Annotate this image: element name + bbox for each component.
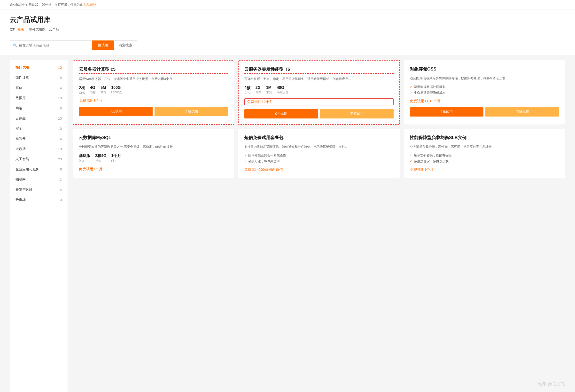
sidebar-item-9[interactable]: 人工智能 20 <box>10 154 68 164</box>
sidebar-item-count-0: 10 <box>58 66 62 70</box>
product-card-card6: 性能保障型负载均衡SLB实例 业务流量负载分担，高性能，高可用，从容应对高并发场… <box>404 129 565 178</box>
sidebar-item-count-11: 1 <box>60 178 62 181</box>
sidebar-item-5[interactable]: 云原生 10 <box>10 113 68 123</box>
sidebar-item-0[interactable]: 热门试用 10 <box>10 63 68 73</box>
trial-text-5: 免费试用1个月 <box>410 167 559 172</box>
card-title-1: 云服务器突发性能型 T6 <box>244 66 393 74</box>
sidebar-item-label-11: 物联网 <box>16 177 26 182</box>
search-bar: 🔍 搜试用 清空搜索 <box>0 37 575 55</box>
sidebar-item-label-3: 数据库 <box>16 96 26 100</box>
btn-learn-1[interactable]: 了解试用 <box>320 109 394 119</box>
spec-value-0-3: 100G <box>111 86 121 90</box>
card-title-4: 短信免费试用套餐包 <box>244 135 394 142</box>
product-area: 云服务器计算型 c5 适用Web服务器、广告、游戏等企业通用业务场景，免费试用3… <box>68 55 565 392</box>
check-icon-2-0: ✓ <box>410 85 412 89</box>
sidebar-item-label-7: 视频云 <box>16 137 26 141</box>
clear-button[interactable]: 清空搜索 <box>114 40 137 50</box>
page-header: 云产品试用库 立即 登录 ，即可试用以下云产品 <box>0 9 575 37</box>
sidebar-item-count-9: 20 <box>58 157 62 161</box>
search-icon: 🔍 <box>13 43 17 47</box>
card-title-5: 性能保障型负载均衡SLB实例 <box>410 135 559 142</box>
card-specs-1: 2核 CPU 2G 内存 1M 带宽 40G 高效云盘 <box>244 86 393 95</box>
spec-item-1-0: 2核 CPU <box>244 86 250 95</box>
db-spec-item-3-1: 2核4G 规格 <box>95 153 106 163</box>
sidebar-item-count-10: 6 <box>60 167 62 171</box>
btn-trial-2[interactable]: 0元试用 <box>410 107 484 117</box>
check-icon-4-1: ✓ <box>244 159 247 163</box>
sidebar-item-count-13: 10 <box>58 198 62 202</box>
check-icon-4-0: ✓ <box>244 154 247 157</box>
card-specs-0: 2核 CPU 4G 内存 5M 带宽 100G ESSD盘 <box>79 86 228 95</box>
sidebar-item-count-4: 6 <box>60 106 62 110</box>
feature-item-4-0: ✓ 国内短信三网合一专属通道 <box>244 153 394 158</box>
feature-item-4-1: ✓ 秒级可达，99%到达率 <box>244 159 394 164</box>
card-desc-3: 全球最受欢迎的开源数据库之一 高安全等级、高稳定，5倍性能提升 <box>79 144 228 149</box>
card-features-4: ✓ 国内短信三网合一专属通道 ✓ 秒级可达，99%到达率 <box>244 153 394 164</box>
sidebar-item-7[interactable]: 视频云 4 <box>10 134 68 144</box>
spec-item-0-3: 100G ESSD盘 <box>111 86 122 95</box>
db-spec-label-3-2: 时长 <box>111 159 117 163</box>
search-button[interactable]: 搜试用 <box>92 40 114 50</box>
spec-value-1-0: 2核 <box>244 86 250 91</box>
db-spec-item-3-0: 基础版 版本 <box>79 153 90 163</box>
trial-text-1: 免费试用12个月 <box>244 98 393 105</box>
search-input-wrap: 🔍 <box>10 40 92 50</box>
check-icon-5-0: ✓ <box>410 154 412 157</box>
spec-item-0-1: 4G 内存 <box>90 86 96 95</box>
spec-label-1-1: 内存 <box>256 90 261 95</box>
card-desc-1: 可弹性扩展、安全、稳定、易用的计算服务。适用轻量级网站、低负载应用... <box>244 76 393 82</box>
sidebar-item-12[interactable]: 开发与运维 14 <box>10 185 68 195</box>
sidebar-item-1[interactable]: 弹性计算 5 <box>10 73 68 83</box>
page-title: 云产品试用库 <box>10 15 565 24</box>
btn-trial-1[interactable]: 0元试用 <box>244 109 318 119</box>
spec-label-0-0: CPU <box>79 91 85 95</box>
sidebar-item-3[interactable]: 数据库 10 <box>10 93 68 103</box>
product-card-card5: 短信免费试用套餐包 支持国内快速发送验证码、短信通知和推广短信。电信级运维保障，… <box>238 129 400 178</box>
sidebar-item-11[interactable]: 物联网 1 <box>10 174 68 185</box>
sidebar-item-label-2: 存储 <box>16 86 22 90</box>
db-spec-value-3-0: 基础版 <box>79 153 90 158</box>
page-subtitle: 立即 登录 ，即可试用以下云产品 <box>10 27 565 32</box>
trial-text-4: 免费试用200条国内短信 <box>244 167 394 172</box>
btn-learn-2[interactable]: 了解试用 <box>485 107 559 117</box>
search-input[interactable] <box>19 43 89 47</box>
sidebar-item-label-4: 网络 <box>16 106 22 110</box>
card-buttons-2: 0元试用 了解试用 <box>410 107 559 117</box>
sidebar-item-count-12: 14 <box>58 188 62 192</box>
spec-item-1-3: 40G 高效云盘 <box>277 86 288 95</box>
sidebar-item-count-6: 10 <box>58 127 62 131</box>
check-icon-5-1: ✓ <box>410 159 412 163</box>
spec-item-0-2: 5M 带宽 <box>100 86 106 95</box>
btn-learn-0[interactable]: 了解试用 <box>155 107 228 116</box>
sidebar-item-10[interactable]: 企业应用与服务 6 <box>10 164 68 174</box>
card-title-3: 云数据库MySQL <box>79 135 228 142</box>
sidebar-item-count-7: 4 <box>60 137 62 141</box>
top-banner: 企业试用中心每日10：00开抢，库存有限，领完为止 活动规则 <box>0 0 575 9</box>
sidebar-item-13[interactable]: 云市场 10 <box>10 195 68 205</box>
feature-item-5-1: ✓ 多层次容灾，多协议负载 <box>410 159 559 164</box>
sidebar-item-6[interactable]: 安全 10 <box>10 123 68 134</box>
card-desc-0: 适用Web服务器、广告、游戏等企业通用业务场景，免费试用3个月 <box>79 76 228 82</box>
sidebar-item-label-10: 企业应用与服务 <box>16 167 39 172</box>
sidebar-item-label-9: 人工智能 <box>16 157 29 161</box>
sidebar-item-count-1: 5 <box>60 76 62 80</box>
sidebar-item-label-12: 开发与运维 <box>16 188 32 192</box>
sidebar-item-2[interactable]: 存储 4 <box>10 83 68 93</box>
banner-link[interactable]: 活动规则 <box>84 3 96 6</box>
check-icon-2-1: ✓ <box>410 91 412 95</box>
spec-value-0-1: 4G <box>90 86 95 90</box>
banner-text: 企业试用中心每日10：00开抢，库存有限，领完为止 <box>10 3 83 6</box>
spec-value-1-2: 1M <box>266 86 271 90</box>
feature-text-5-0: 独享实例资源，性能有保障 <box>414 153 452 158</box>
spec-value-1-1: 2G <box>256 86 261 90</box>
db-spec-label-3-1: 规格 <box>95 159 101 163</box>
login-link[interactable]: 登录 <box>17 27 24 31</box>
sidebar-item-count-3: 10 <box>58 96 62 100</box>
card-db-specs-3: 基础版 版本 2核4G 规格 1个月 时长 <box>79 153 228 163</box>
btn-trial-0[interactable]: 0元试用 <box>79 107 153 116</box>
sidebar-item-8[interactable]: 大数据 10 <box>10 144 68 154</box>
sidebar-item-4[interactable]: 网络 6 <box>10 103 68 113</box>
card-title-2: 对象存储OSS <box>410 66 559 73</box>
spec-value-1-3: 40G <box>277 86 284 90</box>
spec-value-0-2: 5M <box>100 86 106 90</box>
